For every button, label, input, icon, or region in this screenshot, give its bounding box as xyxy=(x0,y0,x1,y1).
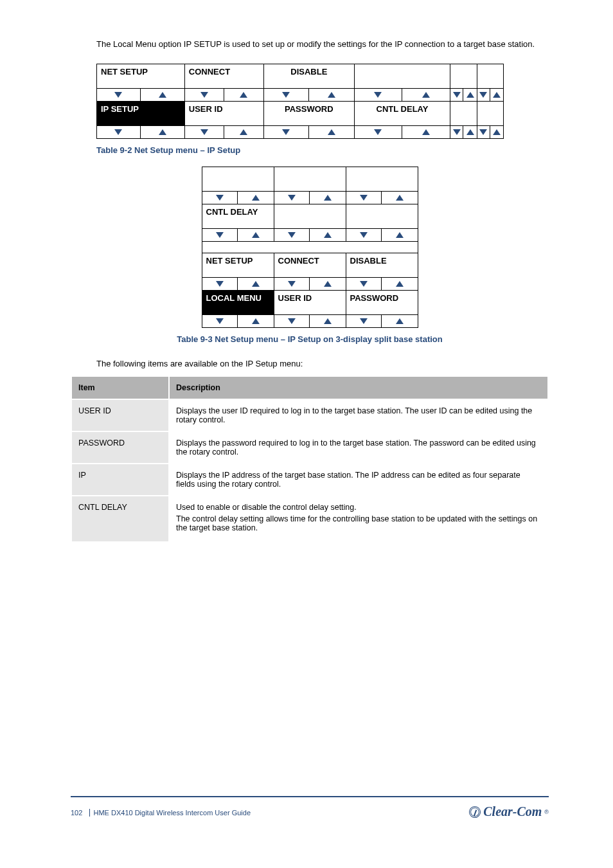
menu-cell: LOCAL MENU xyxy=(202,290,274,314)
arrow-up-icon xyxy=(159,92,166,98)
arrow-cell xyxy=(184,88,263,101)
arrow-down-icon xyxy=(479,92,487,98)
spacer-row xyxy=(202,241,418,253)
brand-logo-icon xyxy=(468,804,483,819)
item-name-cell: CNTL DELAY xyxy=(72,496,168,541)
arrow-up-icon xyxy=(466,129,474,135)
menu-cell xyxy=(477,64,503,88)
arrow-up-icon xyxy=(252,232,260,238)
arrow-up-icon xyxy=(240,92,247,98)
arrow-cell xyxy=(202,277,274,290)
items-table: Item Description USER IDDisplays the use… xyxy=(71,375,549,543)
footer-divider xyxy=(71,796,549,797)
table-ip-setup-6col: NET SETUPCONNECTDISABLEIP SETUPUSER IDPA… xyxy=(96,64,504,139)
arrow-down-icon xyxy=(288,318,296,324)
item-desc-cell: Displays the IP address of the target ba… xyxy=(170,464,547,495)
arrow-down-icon xyxy=(216,281,224,287)
menu-cell: NET SETUP xyxy=(202,253,274,277)
menu-cell: PASSWORD xyxy=(346,290,418,314)
table-ip-setup-3col: CNTL DELAYNET SETUPCONNECTDISABLELOCAL M… xyxy=(202,167,418,328)
arrow-down-icon xyxy=(374,129,382,135)
arrow-down-icon xyxy=(216,195,224,201)
arrow-cell xyxy=(202,314,274,327)
arrow-down-icon xyxy=(282,129,290,135)
arrow-cell xyxy=(184,125,263,138)
arrow-cell xyxy=(274,277,346,290)
arrow-cell xyxy=(202,191,274,204)
arrow-cell xyxy=(97,88,185,101)
arrow-cell xyxy=(202,228,274,241)
items-header-item: Item xyxy=(72,377,168,399)
caption-table-9-3: Table 9-3 Net Setup menu – IP Setup on 3… xyxy=(106,334,513,344)
menu-cell: NET SETUP xyxy=(97,64,185,88)
caption-table-9-2: Table 9-2 Net Setup menu – IP Setup xyxy=(96,145,549,155)
arrow-down-icon xyxy=(360,195,368,201)
arrow-up-icon xyxy=(324,195,332,201)
arrow-up-icon xyxy=(324,281,332,287)
arrow-cell xyxy=(263,125,354,138)
arrow-down-icon xyxy=(360,318,368,324)
arrow-cell xyxy=(477,125,503,138)
menu-cell: CONNECT xyxy=(274,253,346,277)
arrow-up-icon xyxy=(422,129,430,135)
item-desc-cell: Used to enable or disable the control de… xyxy=(170,496,547,541)
item-name-cell: PASSWORD xyxy=(72,432,168,463)
arrow-down-icon xyxy=(282,92,290,98)
arrow-cell xyxy=(354,125,450,138)
brand-logo-text: Clear-Com xyxy=(483,804,542,819)
menu-cell xyxy=(450,101,477,125)
menu-cell: USER ID xyxy=(184,101,263,125)
menu-cell xyxy=(274,204,346,228)
arrow-down-icon xyxy=(114,92,122,98)
arrow-cell xyxy=(274,191,346,204)
arrow-up-icon xyxy=(252,281,260,287)
registered-mark-icon: ® xyxy=(544,809,549,815)
arrow-up-icon xyxy=(240,129,247,135)
menu-cell xyxy=(202,167,274,191)
menu-cell: CNTL DELAY xyxy=(354,101,450,125)
arrow-up-icon xyxy=(324,318,332,324)
menu-cell: PASSWORD xyxy=(263,101,354,125)
arrow-cell xyxy=(346,191,418,204)
arrow-down-icon xyxy=(216,318,224,324)
arrow-down-icon xyxy=(200,129,208,135)
arrow-up-icon xyxy=(396,281,404,287)
item-name-cell: IP xyxy=(72,464,168,495)
arrow-down-icon xyxy=(453,92,461,98)
arrow-down-icon xyxy=(453,129,461,135)
arrow-up-icon xyxy=(396,318,404,324)
arrow-cell xyxy=(346,277,418,290)
footer-page-number: 102 xyxy=(71,809,82,817)
arrow-cell xyxy=(263,88,354,101)
arrow-up-icon xyxy=(396,232,404,238)
arrow-up-icon xyxy=(493,129,501,135)
menu-cell xyxy=(477,101,503,125)
item-name-cell: USER ID xyxy=(72,400,168,431)
footer-text: 102 HME DX410 Digital Wireless Intercom … xyxy=(71,809,251,817)
arrow-down-icon xyxy=(479,129,487,135)
items-header-desc: Description xyxy=(170,377,547,399)
item-desc-cell: Displays the password required to log in… xyxy=(170,432,547,463)
footer-doc-title: HME DX410 Digital Wireless Intercom User… xyxy=(93,809,251,817)
menu-cell xyxy=(274,167,346,191)
arrow-up-icon xyxy=(328,92,335,98)
arrow-up-icon xyxy=(396,195,404,201)
menu-cell xyxy=(346,204,418,228)
menu-cell xyxy=(346,167,418,191)
menu-cell: DISABLE xyxy=(263,64,354,88)
arrow-down-icon xyxy=(288,195,296,201)
arrow-cell xyxy=(274,228,346,241)
arrow-down-icon xyxy=(288,232,296,238)
arrow-up-icon xyxy=(252,318,260,324)
menu-cell: DISABLE xyxy=(346,253,418,277)
arrow-up-icon xyxy=(324,232,332,238)
arrow-down-icon xyxy=(374,92,382,98)
arrow-up-icon xyxy=(422,92,430,98)
arrow-cell xyxy=(477,88,503,101)
items-intro-paragraph: The following items are available on the… xyxy=(96,358,549,370)
arrow-up-icon xyxy=(252,195,260,201)
arrow-up-icon xyxy=(493,92,501,98)
arrow-down-icon xyxy=(360,281,368,287)
menu-cell: CONNECT xyxy=(184,64,263,88)
arrow-cell xyxy=(274,314,346,327)
